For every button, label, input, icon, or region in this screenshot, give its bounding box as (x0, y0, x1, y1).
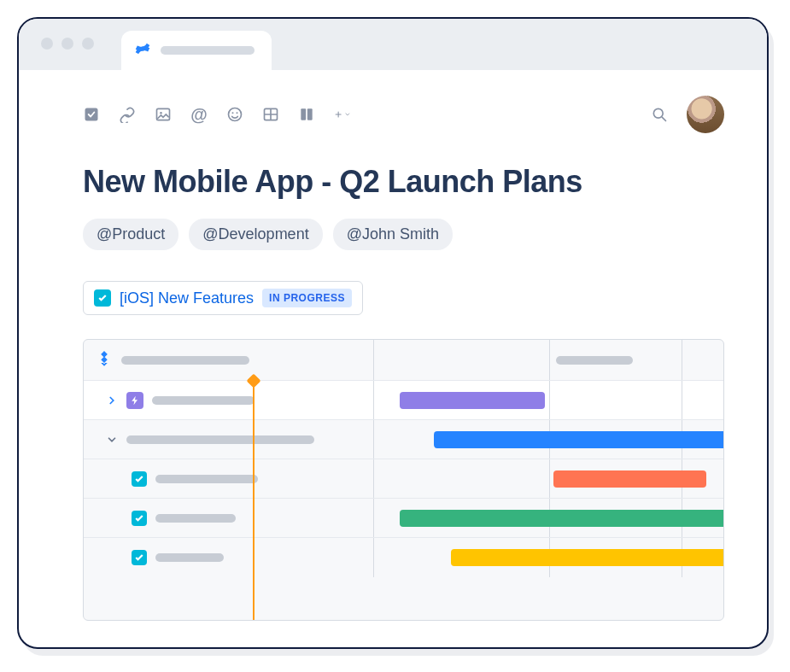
task-icon (132, 511, 147, 526)
jira-task-card[interactable]: [iOS] New Features IN PROGRESS (83, 281, 363, 315)
epic-title-placeholder (152, 396, 255, 405)
gantt-row-task[interactable] (84, 538, 723, 577)
task-title: [iOS] New Features (120, 289, 254, 307)
gantt-bar[interactable] (553, 470, 706, 488)
epic-icon (126, 392, 143, 409)
task-icon (132, 471, 147, 487)
gantt-header (84, 340, 723, 381)
gantt-row-task[interactable] (84, 499, 723, 538)
gantt-bar[interactable] (400, 392, 545, 409)
task-title-placeholder (155, 553, 224, 562)
chevron-down-icon[interactable] (106, 434, 118, 446)
svg-point-5 (237, 112, 238, 114)
gantt-row-task[interactable] (84, 459, 723, 499)
task-title-placeholder (155, 475, 258, 483)
mention-list: @Product @Development @John Smith (83, 219, 724, 250)
timeline-column-placeholder (556, 356, 633, 365)
page-content: @ Ne (19, 70, 767, 621)
jira-software-icon (96, 350, 113, 371)
gantt-row-epic-collapsed[interactable] (84, 381, 723, 420)
svg-rect-0 (85, 108, 98, 121)
page-title[interactable]: New Mobile App - Q2 Launch Plans (83, 164, 724, 200)
mention-icon[interactable]: @ (190, 106, 208, 123)
gantt-bar[interactable] (400, 510, 724, 527)
status-badge: IN PROGRESS (262, 289, 352, 307)
svg-rect-10 (307, 108, 313, 120)
svg-point-2 (160, 112, 162, 114)
roadmap-gantt[interactable] (83, 339, 724, 621)
mention-pill[interactable]: @Development (189, 219, 322, 250)
task-checkbox-icon (94, 289, 111, 307)
chevron-right-icon[interactable] (106, 394, 118, 406)
user-avatar[interactable] (687, 96, 724, 133)
gantt-row-epic-expanded[interactable] (84, 420, 723, 459)
confluence-icon (133, 39, 152, 61)
table-icon[interactable] (262, 106, 279, 123)
svg-point-11 (653, 108, 663, 118)
svg-line-12 (662, 117, 665, 120)
app-window: @ Ne (17, 17, 769, 649)
browser-titlebar (19, 19, 767, 70)
window-controls[interactable] (41, 38, 94, 50)
today-marker (253, 381, 255, 620)
gantt-bar[interactable] (451, 549, 724, 566)
mention-pill[interactable]: @Product (83, 219, 178, 250)
svg-point-3 (229, 108, 242, 121)
svg-point-4 (232, 112, 234, 114)
editor-toolbar: @ (83, 96, 724, 133)
mention-pill[interactable]: @John Smith (333, 219, 453, 250)
task-title-placeholder (155, 514, 236, 523)
image-icon[interactable] (155, 106, 172, 123)
svg-rect-9 (301, 108, 306, 120)
link-icon[interactable] (119, 106, 136, 123)
insert-more-icon[interactable] (334, 106, 351, 123)
emoji-icon[interactable] (226, 106, 243, 123)
search-icon[interactable] (651, 106, 668, 123)
action-item-icon[interactable] (83, 106, 100, 123)
browser-tab[interactable] (121, 31, 272, 70)
gantt-bar[interactable] (434, 431, 724, 448)
layout-icon[interactable] (298, 106, 315, 123)
epic-title-placeholder (126, 435, 314, 444)
header-placeholder (121, 356, 249, 365)
tab-title-placeholder (161, 46, 255, 55)
task-icon (132, 550, 147, 565)
